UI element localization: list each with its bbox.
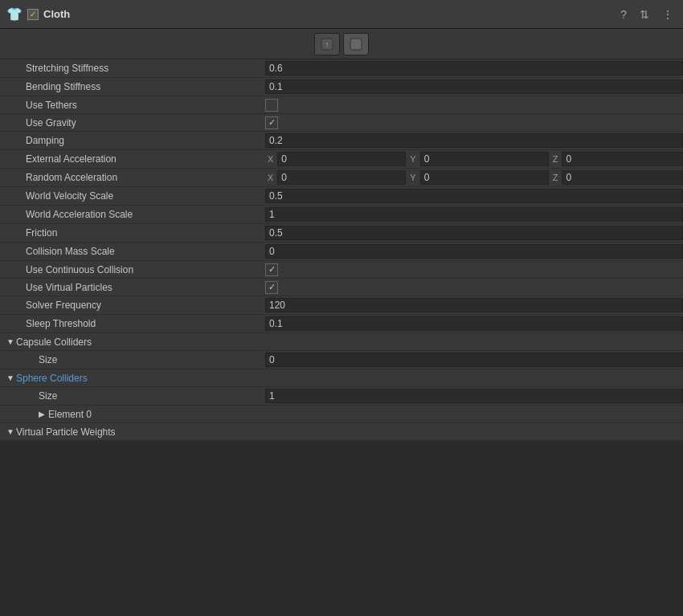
sphere-colliders-title: Sphere Colliders (16, 373, 88, 384)
random-acceleration-value: X Y Z (265, 170, 683, 185)
damping-input[interactable] (265, 133, 683, 148)
header-left: 👕 ✓ Cloth (6, 6, 617, 22)
x-label-rand: X (265, 173, 276, 182)
external-acceleration-z[interactable] (562, 152, 683, 166)
z-label-ext: Z (550, 154, 561, 164)
random-acceleration-x[interactable] (277, 170, 406, 185)
solver-frequency-row: Solver Frequency (0, 296, 683, 315)
world-acceleration-scale-value (265, 207, 683, 222)
random-acceleration-z[interactable] (562, 170, 683, 185)
element0-header[interactable]: ▶ Element 0 (0, 406, 683, 423)
random-acceleration-vector: X Y Z (265, 170, 683, 185)
sphere-size-input[interactable] (265, 389, 683, 403)
collision-mass-scale-label: Collision Mass Scale (0, 246, 265, 257)
world-acceleration-scale-row: World Acceleration Scale (0, 206, 683, 224)
friction-value (265, 226, 683, 240)
capsule-size-label: Size (0, 354, 265, 365)
capsule-size-value (265, 353, 683, 367)
component-title: Cloth (43, 8, 70, 20)
stretching-stiffness-input[interactable] (265, 61, 683, 75)
svg-text:↑: ↑ (325, 40, 329, 49)
sphere-colliders-section[interactable]: ▼ Sphere Colliders (0, 369, 683, 387)
world-velocity-scale-row: World Velocity Scale (0, 187, 683, 206)
use-virtual-particles-checkbox[interactable] (265, 281, 278, 294)
use-virtual-particles-row: Use Virtual Particles (0, 279, 683, 296)
world-velocity-scale-label: World Velocity Scale (0, 190, 265, 202)
friction-input[interactable] (265, 226, 683, 240)
stretching-stiffness-label: Stretching Stiffness (0, 63, 265, 74)
random-acceleration-y[interactable] (420, 170, 549, 185)
world-velocity-scale-value (265, 189, 683, 203)
sleep-threshold-input[interactable] (265, 316, 683, 331)
use-tethers-label: Use Tethers (0, 100, 265, 111)
header-right: ? ⇅ ⋮ (617, 6, 677, 22)
friction-label: Friction (0, 227, 265, 239)
random-acceleration-row: Random Acceleration X Y Z (0, 169, 683, 187)
damping-row: Damping (0, 132, 683, 150)
sphere-colliders-size-row: Size (0, 387, 683, 406)
external-acceleration-x[interactable] (277, 152, 406, 166)
element0-label: Element 0 (48, 409, 92, 420)
use-gravity-label: Use Gravity (0, 117, 265, 129)
use-tethers-row: Use Tethers (0, 96, 683, 114)
use-virtual-particles-label: Use Virtual Particles (0, 282, 265, 293)
y-label-ext: Y (407, 154, 418, 164)
help-button[interactable]: ? (617, 6, 630, 22)
upload-button[interactable]: ↑ (314, 33, 340, 55)
sphere-size-label: Size (0, 390, 265, 402)
external-acceleration-y[interactable] (420, 152, 549, 166)
enabled-checkbox[interactable]: ✓ (27, 9, 39, 20)
virtual-particle-weights-arrow: ▼ (0, 427, 16, 436)
solver-frequency-label: Solver Frequency (0, 300, 265, 311)
sleep-threshold-label: Sleep Threshold (0, 318, 265, 329)
z-label-rand: Z (550, 173, 561, 182)
use-gravity-value (265, 116, 683, 129)
stretching-stiffness-value (265, 61, 683, 75)
virtual-particle-weights-section[interactable]: ▼ Virtual Particle Weights (0, 423, 683, 441)
capsule-colliders-size-row: Size (0, 351, 683, 369)
toolbar: ↑ ↓ (0, 29, 683, 59)
preset-button[interactable]: ⇅ (636, 6, 652, 22)
bending-stiffness-input[interactable] (265, 80, 683, 94)
bending-stiffness-row: Bending Stiffness (0, 78, 683, 96)
component-header: 👕 ✓ Cloth ? ⇅ ⋮ (0, 0, 683, 29)
use-continuous-collision-row: Use Continuous Collision (0, 261, 683, 279)
capsule-size-input[interactable] (265, 353, 683, 367)
capsule-colliders-section[interactable]: ▼ Capsule Colliders (0, 333, 683, 351)
bending-stiffness-label: Bending Stiffness (0, 81, 265, 92)
bending-stiffness-value (265, 80, 683, 94)
external-acceleration-label: External Acceleration (0, 153, 265, 165)
external-acceleration-row: External Acceleration X Y Z (0, 150, 683, 169)
x-label-ext: X (265, 154, 276, 164)
collision-mass-scale-input[interactable] (265, 244, 683, 259)
use-tethers-checkbox[interactable] (265, 99, 278, 112)
sleep-threshold-row: Sleep Threshold (0, 315, 683, 333)
svg-text:↓: ↓ (354, 40, 358, 49)
world-acceleration-scale-label: World Acceleration Scale (0, 209, 265, 220)
y-label-rand: Y (407, 173, 418, 182)
external-acceleration-vector: X Y Z (265, 152, 683, 166)
use-tethers-value (265, 99, 683, 112)
sphere-size-value (265, 389, 683, 403)
damping-value (265, 133, 683, 148)
solver-frequency-input[interactable] (265, 298, 683, 312)
collision-mass-scale-row: Collision Mass Scale (0, 243, 683, 261)
friction-row: Friction (0, 224, 683, 243)
world-acceleration-scale-input[interactable] (265, 207, 683, 222)
download-button[interactable]: ↓ (343, 33, 369, 55)
damping-label: Damping (0, 135, 265, 146)
more-button[interactable]: ⋮ (659, 6, 677, 22)
properties-panel: Stretching Stiffness Bending Stiffness U… (0, 59, 683, 441)
virtual-particle-weights-title: Virtual Particle Weights (16, 426, 116, 438)
world-velocity-scale-input[interactable] (265, 189, 683, 203)
use-continuous-collision-checkbox[interactable] (265, 263, 278, 276)
use-gravity-row: Use Gravity (0, 114, 683, 132)
element0-arrow: ▶ (39, 410, 45, 418)
cloth-icon: 👕 (6, 6, 22, 22)
sphere-colliders-arrow: ▼ (0, 373, 16, 382)
use-gravity-checkbox[interactable] (265, 116, 278, 129)
capsule-colliders-arrow: ▼ (0, 337, 16, 346)
collision-mass-scale-value (265, 244, 683, 259)
capsule-colliders-title: Capsule Colliders (16, 337, 92, 348)
use-continuous-collision-label: Use Continuous Collision (0, 264, 265, 275)
